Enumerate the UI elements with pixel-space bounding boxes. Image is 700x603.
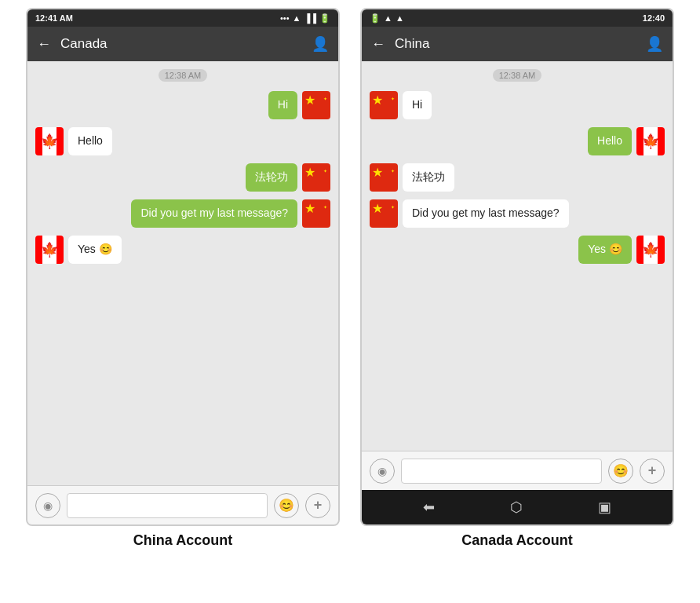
wifi-icon: ▲ (396, 13, 404, 23)
nav-title-china: Canada (60, 36, 312, 52)
signal-icon: ▐▐ (304, 13, 316, 23)
ellipsis-icon: ••• (280, 13, 290, 23)
message-row: Did you get my last message? (35, 199, 330, 228)
caption-row-china: China Account (133, 532, 232, 549)
china-flag (302, 91, 330, 119)
china-flag (370, 163, 398, 192)
input-bar-canada: ◉ 😊 + (362, 451, 673, 490)
bubble-sent: Did you get my last message? (131, 199, 297, 228)
message-row: 🍁 Hello (370, 127, 665, 155)
bubble-received: Hello (68, 127, 112, 155)
time-china: 12:41 AM (35, 13, 73, 23)
voice-button-canada[interactable]: ◉ (370, 459, 395, 484)
canada-account-wrapper: 🔋 ▲ ▲ 12:40 ← China 👤 12:38 AM Hi (350, 8, 684, 549)
back-button-canada[interactable]: ← (371, 36, 385, 53)
caption-row-canada: Canada Account (461, 532, 572, 549)
china-flag (370, 199, 398, 228)
battery-icon: 🔋 (370, 13, 381, 24)
time-canada: 12:40 (643, 13, 665, 23)
canada-account-phone: 🔋 ▲ ▲ 12:40 ← China 👤 12:38 AM Hi (360, 8, 674, 526)
status-bar-canada: 🔋 ▲ ▲ 12:40 (362, 9, 673, 27)
caption-canada: Canada Account (461, 532, 572, 549)
profile-icon-china[interactable]: 👤 (312, 35, 329, 53)
canada-flag: 🍁 (636, 236, 665, 264)
message-row: 法轮功 (370, 163, 665, 192)
status-icons-china: ••• ▲ ▐▐ 🔋 (280, 13, 330, 24)
timestamp-china-0: 12:38 AM (159, 69, 207, 82)
timestamp-canada-0: 12:38 AM (493, 69, 541, 82)
nav-title-canada: China (395, 36, 646, 52)
chat-area-china: 12:38 AM Hi 🍁 Hello 法轮功 (27, 61, 338, 485)
plus-button-china[interactable]: + (305, 493, 330, 518)
emoji-button-china[interactable]: 😊 (274, 493, 299, 518)
back-button-china[interactable]: ← (37, 36, 51, 53)
nav-bar-canada: ← China 👤 (362, 27, 673, 61)
phones-row: 12:41 AM ••• ▲ ▐▐ 🔋 ← Canada 👤 12:38 AM (0, 0, 700, 549)
message-row: Hi (370, 91, 665, 119)
china-flag (302, 199, 330, 228)
text-input-canada[interactable] (401, 459, 602, 484)
profile-icon-canada[interactable]: 👤 (646, 35, 663, 53)
input-bar-china: ◉ 😊 + (27, 485, 338, 524)
nav-bar-china: ← Canada 👤 (27, 27, 338, 61)
status-icons-canada-left: 🔋 ▲ ▲ (370, 13, 404, 24)
emoji-button-canada[interactable]: 😊 (608, 459, 633, 484)
android-home-button[interactable]: ⬡ (510, 499, 523, 516)
chat-area-canada: 12:38 AM Hi 🍁 Hello 法轮功 (362, 61, 673, 451)
android-back-button[interactable]: ⬅ (423, 499, 435, 516)
caption-china: China Account (133, 532, 232, 549)
message-row: Hi (35, 91, 330, 119)
android-recents-button[interactable]: ▣ (598, 499, 611, 516)
bubble-received: 法轮功 (403, 163, 454, 192)
status-bar-china: 12:41 AM ••• ▲ ▐▐ 🔋 (27, 9, 338, 27)
text-input-china[interactable] (67, 493, 268, 518)
message-row: 🍁 Yes 😊 (35, 236, 330, 264)
wifi-icon: ▲ (293, 13, 301, 23)
bubble-received: Did you get my last message? (403, 199, 569, 228)
bubble-sent: Yes 😊 (578, 236, 632, 264)
canada-flag: 🍁 (35, 127, 64, 155)
plus-button-canada[interactable]: + (640, 459, 665, 484)
message-row: 法轮功 (35, 163, 330, 192)
message-row: Did you get my last message? (370, 199, 665, 228)
bubble-sent: 法轮功 (246, 163, 297, 192)
bubble-received: Hi (403, 91, 432, 119)
voice-button-china[interactable]: ◉ (35, 493, 60, 518)
battery-icon: 🔋 (319, 13, 330, 24)
message-row: 🍁 Yes 😊 (370, 236, 665, 264)
bubble-sent: Hello (588, 127, 632, 155)
android-nav-canada: ⬅ ⬡ ▣ (362, 490, 673, 524)
china-account-phone: 12:41 AM ••• ▲ ▐▐ 🔋 ← Canada 👤 12:38 AM (26, 8, 340, 526)
signal-icon: ▲ (384, 13, 392, 23)
bubble-received: Yes 😊 (68, 236, 122, 264)
canada-flag: 🍁 (636, 127, 665, 155)
china-flag (302, 163, 330, 192)
canada-flag: 🍁 (35, 236, 64, 264)
china-account-wrapper: 12:41 AM ••• ▲ ▐▐ 🔋 ← Canada 👤 12:38 AM (16, 8, 350, 549)
bubble-sent: Hi (268, 91, 297, 119)
message-row: 🍁 Hello (35, 127, 330, 155)
china-flag (370, 91, 398, 119)
